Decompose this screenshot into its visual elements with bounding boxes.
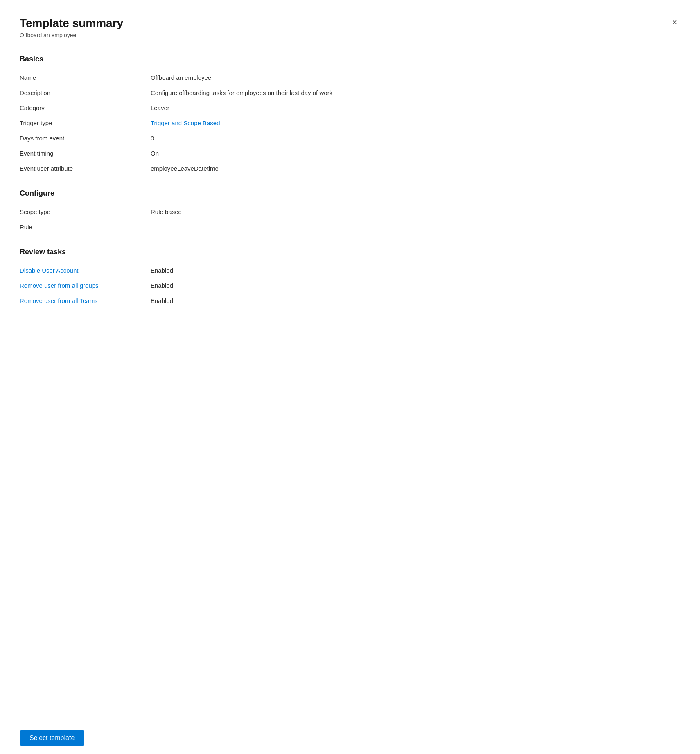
field-value-remove-from-teams: Enabled <box>151 297 173 304</box>
panel-subtitle: Offboard an employee <box>20 32 123 38</box>
panel-header: Template summary Offboard an employee × <box>0 0 700 47</box>
field-label-remove-from-groups: Remove user from all groups <box>20 282 151 289</box>
field-value-category: Leaver <box>151 104 169 111</box>
field-row: Scope type Rule based <box>20 204 680 219</box>
panel-footer: Select template <box>0 722 700 754</box>
field-row: Trigger type Trigger and Scope Based <box>20 115 680 131</box>
field-row: Disable User Account Enabled <box>20 263 680 278</box>
panel-content: Basics Name Offboard an employee Descrip… <box>0 47 700 722</box>
configure-heading: Configure <box>20 189 680 198</box>
field-label-trigger-type: Trigger type <box>20 120 151 126</box>
field-row: Days from event 0 <box>20 131 680 146</box>
field-label-rule: Rule <box>20 223 151 230</box>
field-row: Name Offboard an employee <box>20 70 680 85</box>
field-label-disable-user-account: Disable User Account <box>20 267 151 274</box>
field-row: Remove user from all Teams Enabled <box>20 293 680 308</box>
basics-section: Basics Name Offboard an employee Descrip… <box>20 55 680 176</box>
title-group: Template summary Offboard an employee <box>20 16 123 38</box>
close-button[interactable]: × <box>669 16 680 28</box>
field-label-event-user-attribute: Event user attribute <box>20 165 151 172</box>
basics-heading: Basics <box>20 55 680 63</box>
field-value-event-timing: On <box>151 150 159 157</box>
field-value-description: Configure offboarding tasks for employee… <box>151 89 332 96</box>
field-value-disable-user-account: Enabled <box>151 267 173 274</box>
field-label-days-from-event: Days from event <box>20 135 151 142</box>
field-label-description: Description <box>20 89 151 96</box>
configure-section: Configure Scope type Rule based Rule <box>20 189 680 235</box>
field-row: Remove user from all groups Enabled <box>20 278 680 293</box>
field-row: Rule <box>20 219 680 235</box>
field-label-name: Name <box>20 74 151 81</box>
field-label-category: Category <box>20 104 151 111</box>
template-summary-panel: Template summary Offboard an employee × … <box>0 0 700 754</box>
field-label-remove-from-teams: Remove user from all Teams <box>20 297 151 304</box>
panel-title: Template summary <box>20 16 123 30</box>
field-row: Description Configure offboarding tasks … <box>20 85 680 100</box>
field-row: Event user attribute employeeLeaveDateti… <box>20 161 680 176</box>
field-value-days-from-event: 0 <box>151 135 154 142</box>
field-value-scope-type: Rule based <box>151 208 182 215</box>
field-value-remove-from-groups: Enabled <box>151 282 173 289</box>
review-tasks-heading: Review tasks <box>20 248 680 256</box>
field-value-event-user-attribute: employeeLeaveDatetime <box>151 165 219 172</box>
field-value-trigger-type: Trigger and Scope Based <box>151 120 220 126</box>
select-template-button[interactable]: Select template <box>20 730 84 746</box>
field-label-scope-type: Scope type <box>20 208 151 215</box>
field-row: Event timing On <box>20 146 680 161</box>
field-row: Category Leaver <box>20 100 680 115</box>
field-value-name: Offboard an employee <box>151 74 211 81</box>
field-label-event-timing: Event timing <box>20 150 151 157</box>
review-tasks-section: Review tasks Disable User Account Enable… <box>20 248 680 308</box>
